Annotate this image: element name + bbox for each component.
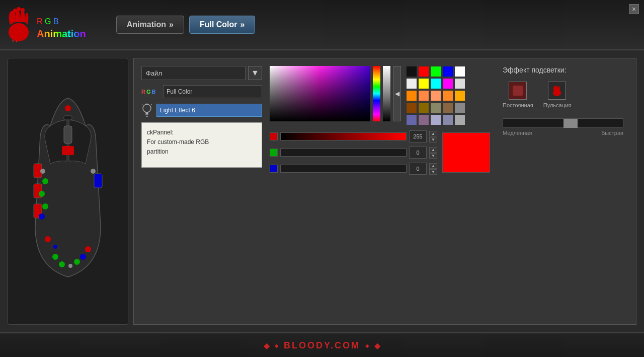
swatch-olive[interactable] [418,102,429,113]
fullcolor-button[interactable]: Full Color » [189,16,256,34]
constant-effect-option[interactable]: Постоянная [503,82,533,108]
swatch-black[interactable] [406,66,417,77]
sliders-row: 255 ▲ ▼ 0 [270,129,490,176]
svg-point-26 [143,104,151,112]
svg-point-24 [40,169,45,174]
pulse-effect-option[interactable]: Пульсация [543,82,571,108]
swatch-purple[interactable] [418,114,429,125]
swatch-salmon[interactable] [430,90,441,101]
red-indicator [270,132,278,140]
blue-up-button[interactable]: ▲ [429,163,437,169]
blue-arrows: ▲ ▼ [429,163,437,175]
svg-point-0 [9,23,29,41]
svg-rect-5 [62,146,74,155]
red-slider-track[interactable] [280,132,407,140]
pulse-bloody-icon [551,85,563,97]
animation-btn-label: Animation [127,20,166,29]
swatch-white3[interactable] [454,78,465,89]
swatch-lavender[interactable] [430,114,441,125]
green-up-button[interactable]: ▲ [429,147,437,153]
color-picker-area: ◀ [270,66,490,317]
left-controls: Файл ▼ R G B [141,66,262,317]
blue-value: 0 [409,163,427,175]
swatch-amber[interactable] [454,90,465,101]
swatch-blue[interactable] [442,66,453,77]
green-down-button[interactable]: ▼ [429,153,437,159]
swatch-silver[interactable] [454,114,465,125]
swatch-orange[interactable] [406,90,417,101]
file-row: Файл ▼ [141,66,262,80]
swatch-yellow[interactable] [418,78,429,89]
svg-point-19 [80,254,86,260]
green-slider-row: 0 ▲ ▼ [270,146,437,160]
desc-line3: partition [147,147,257,157]
svg-point-14 [39,213,45,220]
svg-line-30 [142,104,143,105]
red-down-button[interactable]: ▼ [429,137,437,142]
svg-rect-4 [64,126,72,144]
swatch-khaki[interactable] [430,102,441,113]
swatch-white2[interactable] [406,78,417,89]
bloody-logo-icon [5,7,33,42]
svg-point-12 [39,191,45,197]
red-slider-row: 255 ▲ ▼ [270,129,437,144]
brightness-strip[interactable] [383,66,390,121]
file-dropdown-button[interactable]: ▼ [248,66,262,80]
swatch-red[interactable] [418,66,429,77]
expand-button[interactable]: ◀ [393,66,401,121]
desc-line1: ckPannel: [147,128,257,137]
swatch-blueish[interactable] [406,114,417,125]
close-button[interactable]: × [629,4,639,14]
svg-point-17 [68,264,72,268]
swatch-white[interactable] [454,66,465,77]
swatch-periwinkle[interactable] [442,114,453,125]
svg-line-31 [151,104,152,105]
animation-button[interactable]: Animation » [116,16,184,34]
swatch-brown[interactable] [406,102,417,113]
top-bar: R G B Animation Animation » Full Color »… [0,0,644,50]
swatch-cyan[interactable] [430,78,441,89]
blue-down-button[interactable]: ▼ [429,169,437,175]
effects-title: Эффект подсветки: [503,66,628,74]
constant-effect-icon [509,82,527,100]
left-diamond-icon: ◆ [264,341,270,350]
svg-rect-28 [146,116,148,117]
fullcolor-btn-label: Full Color [200,20,237,29]
swatch-magenta[interactable] [442,78,453,89]
svg-point-22 [45,236,51,242]
rgb-input-row: R G B [141,85,262,98]
color-preview [442,132,490,173]
effects-panel: Эффект подсветки: Постоянная [498,66,628,317]
red-up-button[interactable]: ▲ [429,131,437,136]
swatch-orange2[interactable] [418,90,429,101]
blue-slider-track[interactable] [280,165,407,173]
light-effect-input[interactable] [156,104,262,117]
r-letter: R [37,17,43,26]
rgb-indicator-label: R G B [141,89,159,95]
svg-rect-6 [64,116,72,120]
svg-rect-10 [94,174,102,188]
hue-strip[interactable] [373,66,380,121]
speed-slow-label: Медленная [503,130,532,136]
speed-track[interactable] [503,118,623,127]
svg-point-11 [42,178,48,184]
bloody-brand-label: BLOODY.COM [284,340,360,351]
swatch-tan[interactable] [442,102,453,113]
right-panel: Файл ▼ R G B [133,58,636,325]
green-slider-track[interactable] [280,149,407,157]
svg-rect-27 [145,114,148,115]
animation-btn-arrow: » [169,20,174,29]
animation-title: Animation [37,28,86,40]
swatch-green[interactable] [430,66,441,77]
constant-icon-inner [513,86,523,96]
main-content: Файл ▼ R G B [0,50,644,332]
color-gradient-picker[interactable] [270,66,370,121]
pulse-effect-icon [548,82,566,100]
svg-point-25 [91,169,96,174]
fullcolor-btn-arrow: » [240,20,245,29]
swatch-gray[interactable] [454,102,465,113]
swatch-orange3[interactable] [442,90,453,101]
green-indicator [270,149,278,157]
fullcolor-input[interactable] [163,85,262,98]
bulb-icon [141,103,152,117]
